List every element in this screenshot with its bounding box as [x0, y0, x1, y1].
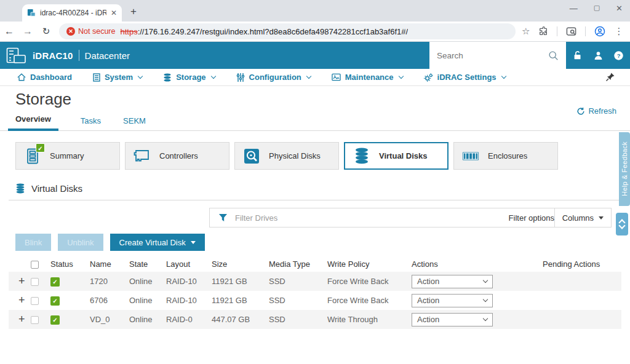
- idrac-logo-icon[interactable]: [6, 47, 26, 64]
- expand-row-icon[interactable]: +: [11, 313, 25, 325]
- nav-item-dashboard[interactable]: Dashboard: [17, 73, 72, 82]
- tab-overview[interactable]: Overview: [8, 114, 58, 131]
- nav-item-configuration[interactable]: Configuration: [236, 73, 311, 82]
- expand-column-header: [9, 256, 28, 272]
- refresh-button[interactable]: Refresh: [576, 106, 616, 116]
- search-input[interactable]: [437, 51, 548, 60]
- window-close-icon[interactable]: ✕: [616, 4, 623, 13]
- cell-name: 6706: [87, 291, 127, 310]
- action-dropdown[interactable]: Action: [412, 313, 493, 326]
- scroll-widget[interactable]: [616, 213, 628, 235]
- nav-item-storage[interactable]: Storage: [163, 73, 215, 82]
- cell-size: 447.07 GB: [209, 310, 266, 329]
- forward-icon[interactable]: →: [18, 26, 37, 37]
- expand-row-icon[interactable]: +: [11, 294, 25, 306]
- filter-options-button[interactable]: Filter options: [509, 213, 554, 223]
- tab-tasks[interactable]: Tasks: [81, 116, 101, 130]
- cell-layout: RAID-0: [164, 310, 209, 329]
- row-checkbox[interactable]: [31, 278, 39, 286]
- col-state: State: [127, 256, 164, 272]
- window-minimize-icon[interactable]: —: [570, 4, 578, 13]
- search-icon[interactable]: [548, 50, 559, 61]
- action-dropdown[interactable]: Action: [412, 275, 493, 288]
- tab-sekm[interactable]: SEKM: [123, 116, 146, 130]
- cell-media-type: SSD: [266, 291, 325, 310]
- brand-divider: [79, 50, 79, 61]
- tab-close-icon[interactable]: ✕: [111, 9, 117, 17]
- row-checkbox[interactable]: [31, 316, 39, 324]
- table-row: + ✓ VD_0 Online RAID-0 447.07 GB SSD Wri…: [9, 310, 621, 329]
- action-dropdown[interactable]: Action: [412, 294, 493, 307]
- columns-dropdown[interactable]: Columns: [554, 208, 612, 228]
- row-checkbox[interactable]: [31, 297, 39, 305]
- nav-item-maintenance[interactable]: Maintenance: [332, 73, 403, 82]
- tab-search-icon[interactable]: [566, 27, 576, 36]
- nav-item-idrac-settings[interactable]: iDRAC Settings: [424, 73, 506, 82]
- storage-icon: [15, 183, 25, 194]
- nav-label: iDRAC Settings: [437, 73, 496, 82]
- unlock-icon[interactable]: [572, 50, 583, 61]
- card-controllers[interactable]: Controllers: [125, 142, 229, 170]
- cell-media-type: SSD: [266, 310, 325, 329]
- nav-item-system[interactable]: System: [93, 73, 142, 82]
- cell-layout: RAID-10: [164, 291, 209, 310]
- new-tab-button[interactable]: +: [130, 6, 137, 18]
- table-actions-toolbar: Blink Unblink Create Virtual Disk: [15, 234, 630, 251]
- unblink-button[interactable]: Unblink: [58, 234, 103, 251]
- create-virtual-disk-button[interactable]: Create Virtual Disk: [110, 234, 205, 251]
- reload-icon[interactable]: ↻: [37, 26, 55, 37]
- help-feedback-tab[interactable]: Help & Feedback: [619, 132, 630, 206]
- chevron-down-icon: [483, 297, 488, 302]
- pin-icon[interactable]: [605, 72, 615, 82]
- controller-card-icon: [134, 148, 151, 165]
- filter-drives-input[interactable]: [235, 213, 501, 223]
- filter-drives-box[interactable]: Filter options: [209, 208, 564, 228]
- summary-icon: ✓: [24, 148, 41, 165]
- nav-label: Dashboard: [30, 73, 72, 82]
- select-all-checkbox[interactable]: [31, 261, 39, 269]
- browser-tab[interactable]: idrac-4R00Z84 - iDRAC10 - Stor ✕: [22, 4, 122, 22]
- chevron-down-icon: [138, 73, 143, 78]
- extensions-puzzle-icon[interactable]: [538, 26, 548, 36]
- profile-icon[interactable]: [594, 26, 605, 37]
- bookmark-star-icon[interactable]: ☆: [522, 26, 530, 37]
- system-icon: [93, 73, 100, 82]
- filter-row: Filter options Columns: [0, 208, 621, 228]
- address-bar[interactable]: ✕ Not secure https://176.16.249.247/rest…: [59, 23, 516, 39]
- card-virtual-disks[interactable]: Virtual Disks: [344, 142, 449, 170]
- help-icon[interactable]: ?: [613, 50, 624, 61]
- chevron-down-icon: [306, 73, 311, 78]
- expand-row-icon[interactable]: +: [11, 275, 25, 287]
- card-label: Controllers: [159, 151, 198, 160]
- product-name: iDRAC10: [33, 50, 73, 61]
- card-summary[interactable]: ✓ Summary: [15, 142, 120, 170]
- col-write-policy: Write Policy: [325, 256, 409, 272]
- toolbar-divider: [585, 26, 586, 36]
- caret-down-icon: [599, 216, 604, 220]
- card-enclosures[interactable]: Enclosures: [453, 142, 558, 170]
- action-dropdown-label: Action: [417, 296, 439, 305]
- user-icon[interactable]: [593, 50, 604, 61]
- cell-state: Online: [127, 291, 164, 310]
- table-row: + ✓ 6706 Online RAID-10 11921 GB SSD For…: [9, 291, 621, 310]
- browser-menu-icon[interactable]: ⋮: [614, 26, 623, 37]
- not-secure-badge[interactable]: ✕ Not secure: [66, 27, 115, 36]
- status-ok-icon: ✓: [50, 277, 60, 287]
- page-title: Storage: [15, 90, 630, 109]
- col-actions: Actions: [409, 256, 540, 272]
- storage-page: Storage Overview Tasks SEKM Refresh ✓ Su…: [0, 86, 630, 364]
- cell-size: 11921 GB: [209, 272, 266, 291]
- col-status: Status: [48, 256, 87, 272]
- columns-label: Columns: [562, 213, 594, 223]
- window-maximize-icon[interactable]: ▢: [594, 4, 600, 13]
- virtual-disks-section-header: Virtual Disks: [15, 183, 630, 194]
- global-search[interactable]: [429, 42, 566, 69]
- card-label: Summary: [50, 151, 84, 160]
- blink-button[interactable]: Blink: [15, 234, 51, 251]
- card-physical-disks[interactable]: Physical Disks: [234, 142, 339, 170]
- back-icon[interactable]: ←: [0, 26, 18, 37]
- chevron-down-icon: [483, 316, 488, 321]
- action-dropdown-label: Action: [417, 277, 439, 286]
- table-header-row: Status Name State Layout Size Media Type…: [9, 256, 621, 272]
- chevron-down-icon: [398, 73, 403, 78]
